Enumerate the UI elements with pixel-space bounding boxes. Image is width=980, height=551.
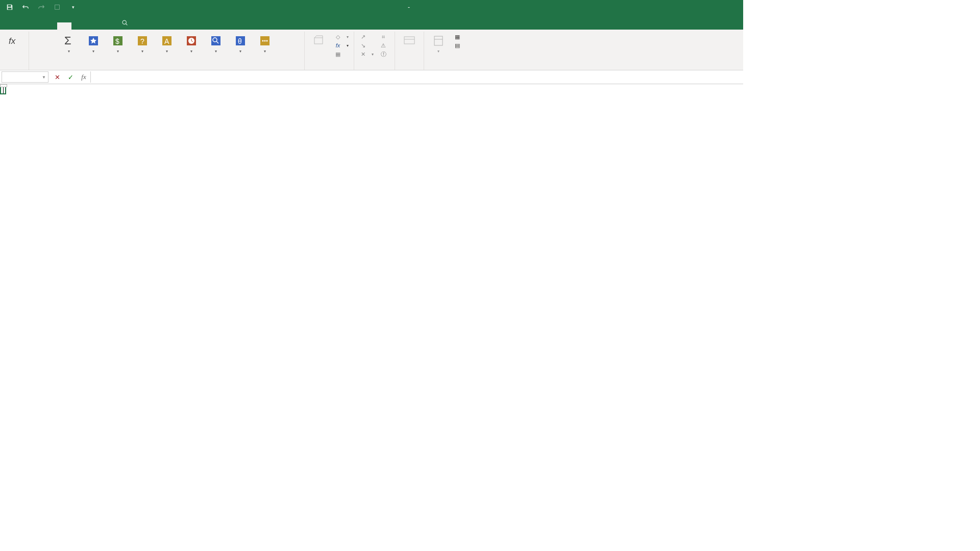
search-icon [121, 19, 128, 26]
svg-rect-24 [404, 37, 414, 44]
autosumme-button[interactable]: Σ▾ [58, 32, 80, 55]
svg-rect-26 [434, 36, 443, 45]
tab-start[interactable] [14, 22, 29, 30]
touch-icon[interactable] [53, 3, 62, 12]
svg-text:A: A [164, 37, 169, 45]
fx-button[interactable]: fx [77, 71, 90, 83]
tag-small-icon: ◇ [334, 33, 341, 40]
define-name-button[interactable]: ◇ ▾ [334, 33, 349, 41]
recently-used-button[interactable]: ▾ [82, 32, 105, 55]
group-label [13, 61, 15, 70]
svg-point-1 [122, 20, 126, 24]
tab-ansicht[interactable] [100, 22, 114, 30]
date-time-button[interactable]: ▾ [180, 32, 203, 55]
name-box[interactable]: ▼ [2, 71, 48, 83]
lookup-icon [208, 33, 224, 49]
search-box[interactable] [114, 16, 138, 30]
save-icon[interactable] [5, 3, 14, 12]
calculate-sheet-button[interactable]: ▤ [454, 41, 463, 49]
dots-icon [257, 33, 273, 49]
accept-formula-button[interactable]: ✓ [64, 71, 77, 83]
grid-small-icon: ▦ [334, 51, 341, 58]
show-formulas-button[interactable]: ⌗ [380, 33, 389, 41]
arrow-down-icon: ↘ [359, 42, 366, 49]
create-from-selection-button[interactable]: ▦ [334, 50, 349, 58]
fx-icon: fx [6, 33, 22, 49]
eval-icon: ⓕ [380, 51, 387, 58]
insert-function-button[interactable]: fx [3, 32, 26, 51]
remove-arrows-button[interactable]: ✕ ▾ [359, 50, 374, 58]
warning-icon: ⚠ [380, 42, 387, 49]
tab-seitenlayout[interactable] [43, 22, 57, 30]
money-icon: $ [110, 33, 126, 49]
svg-text:?: ? [140, 37, 144, 45]
chevron-down-icon[interactable]: ▼ [42, 75, 46, 80]
svg-text:$: $ [115, 37, 119, 45]
watch-icon [401, 33, 418, 49]
svg-rect-0 [55, 5, 60, 10]
formula-input[interactable] [90, 71, 743, 83]
calc-icon [430, 33, 447, 49]
x-arrow-icon: ✕ [359, 51, 366, 58]
cancel-formula-button[interactable]: ✕ [51, 71, 64, 83]
qat-customize-icon[interactable]: ▾ [68, 3, 78, 12]
title-bar: ▾ - [0, 0, 743, 14]
financial-button[interactable]: $▾ [107, 32, 129, 55]
text-a-icon: A [159, 33, 175, 49]
arrow-up-icon: ↗ [359, 33, 366, 40]
star-icon [85, 33, 102, 49]
theta-icon: θ [232, 33, 249, 49]
window-title: - [83, 4, 735, 11]
calc-options-button[interactable]: ▾ [427, 32, 450, 55]
name-manager-button[interactable] [308, 32, 330, 51]
undo-icon[interactable] [21, 3, 30, 12]
calculate-now-button[interactable]: ▦ [454, 33, 463, 41]
tab-datei[interactable] [0, 22, 14, 30]
text-button[interactable]: A▾ [156, 32, 178, 55]
more-functions-button[interactable]: ▾ [254, 32, 276, 55]
use-in-formula-button[interactable]: fx ▾ [334, 41, 349, 49]
formula-icon: ⌗ [380, 33, 387, 40]
function-tooltip [0, 84, 7, 87]
trace-precedents-button[interactable]: ↗ [359, 33, 374, 41]
trace-dependents-button[interactable]: ↘ [359, 41, 374, 49]
question-icon: ? [134, 33, 151, 49]
tab-ueberpruefen[interactable] [86, 22, 100, 30]
tab-formeln[interactable] [57, 22, 71, 30]
error-checking-button[interactable]: ⚠ [380, 41, 389, 49]
svg-text:Σ: Σ [64, 34, 71, 47]
ribbon: fx Σ▾ ▾ $▾ ?▾ A▾ ▾ ▾ θ▾ ▾ ◇ ▾ fx ▾ ▦ [0, 30, 743, 70]
watch-window-button[interactable] [398, 32, 421, 51]
fx-small-icon: fx [334, 42, 341, 49]
tag-icon [311, 33, 327, 49]
svg-text:fx: fx [9, 36, 16, 46]
formula-bar: ▼ ✕ ✓ fx [0, 70, 743, 84]
svg-point-22 [266, 40, 267, 42]
tab-daten[interactable] [71, 22, 86, 30]
calc-now-icon: ▦ [454, 33, 461, 40]
evaluate-formula-button[interactable]: ⓕ [380, 50, 389, 58]
svg-rect-23 [314, 38, 323, 44]
calc-sheet-icon: ▤ [454, 42, 461, 49]
svg-text:θ: θ [238, 37, 242, 45]
lookup-button[interactable]: ▾ [205, 32, 227, 55]
svg-point-20 [262, 40, 263, 42]
clock-icon [183, 33, 200, 49]
sigma-icon: Σ [61, 33, 77, 49]
tab-einfuegen[interactable] [29, 22, 43, 30]
redo-icon[interactable] [37, 3, 46, 12]
ribbon-tabs [0, 14, 743, 30]
svg-line-2 [126, 24, 128, 26]
math-trig-button[interactable]: θ▾ [229, 32, 252, 55]
logical-button[interactable]: ?▾ [131, 32, 154, 55]
svg-point-21 [264, 40, 265, 42]
